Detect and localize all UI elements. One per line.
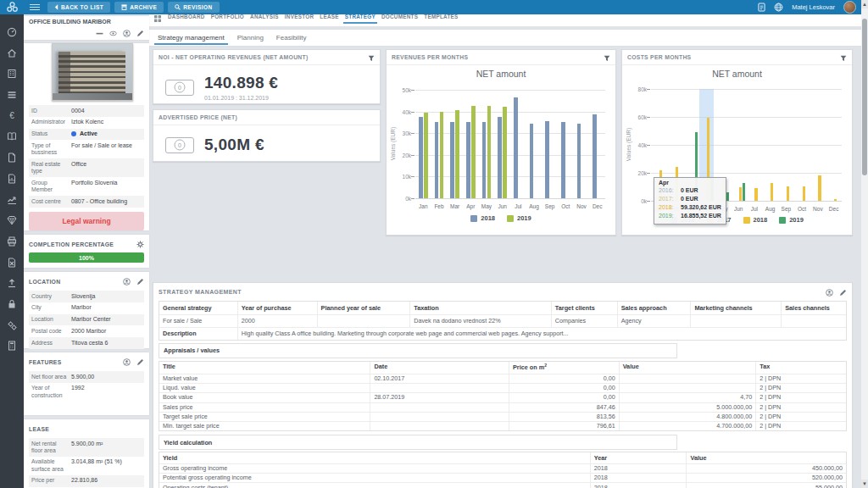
settings-icon[interactable]	[5, 319, 19, 332]
scrollbar-thumb[interactable]	[862, 19, 867, 175]
printer-icon[interactable]	[5, 235, 19, 248]
advertised-price-card: ADVERTISED PRICE (NET) 5,00M €	[153, 109, 381, 162]
filter-icon[interactable]	[368, 50, 375, 65]
header-cell: Sales channels	[782, 302, 846, 314]
table-header-row: TitleDatePrice on m2ValueTax	[159, 362, 846, 374]
row-label: Type of bussiness	[31, 142, 71, 157]
hamburger-menu-icon[interactable]	[30, 4, 40, 11]
user-circle-icon[interactable]	[123, 25, 131, 41]
subtab-strategy-management[interactable]: Strategy management	[154, 30, 228, 46]
tab-lease[interactable]: LEASE	[320, 14, 339, 26]
user-circle-icon[interactable]	[123, 354, 131, 369]
report-icon[interactable]	[5, 172, 19, 186]
cell: 2 | DPN	[756, 403, 846, 412]
subtab-feasibility[interactable]: Feasibility	[273, 30, 310, 46]
bar-2018-Aug	[771, 183, 773, 201]
tab-templates[interactable]: TEMPLATES	[424, 14, 458, 26]
excel-icon[interactable]	[5, 256, 19, 269]
axis-tick	[411, 112, 415, 113]
completion-progress-bar: 100%	[29, 252, 144, 263]
cell: 0,00	[509, 393, 620, 402]
bar-2018-Jun	[498, 117, 502, 198]
user-avatar[interactable]	[843, 1, 856, 14]
legal-warning-button[interactable]: Legal warning	[29, 212, 144, 230]
document-icon[interactable]	[758, 0, 765, 15]
modules-grid-icon[interactable]	[154, 15, 161, 22]
legend-item-2019[interactable]: 2019	[507, 214, 531, 222]
tab-documents[interactable]: DOCUMENTS	[381, 14, 418, 26]
cell: 796,61	[509, 422, 620, 430]
tab-portfolio[interactable]: PORTFOLIO	[211, 14, 244, 26]
legend-item-2019[interactable]: 2019	[779, 216, 804, 224]
topbar-buttons: BACK TO LISTARCHIVEREVISION	[47, 2, 224, 13]
table-row: Potential gross operating income2018520.…	[159, 473, 846, 482]
main-content: DASHBOARDPORTFOLIOANALYSISINVESTORLEASES…	[149, 14, 861, 488]
y-tick-label: 30k	[389, 130, 411, 136]
euro-icon[interactable]: €	[5, 109, 19, 123]
archive-button[interactable]: ARCHIVE	[114, 2, 164, 13]
book-icon[interactable]	[5, 130, 19, 143]
edit-pencil-icon[interactable]	[136, 25, 144, 41]
header-cell: Title	[159, 362, 370, 374]
bar-2018-Jun	[739, 187, 742, 202]
filter-icon[interactable]	[604, 50, 610, 65]
tab-investor[interactable]: INVESTOR	[285, 14, 314, 26]
revision-button[interactable]: REVISION	[168, 2, 219, 13]
building-icon[interactable]	[5, 67, 19, 80]
cell: 2 | DPN	[756, 393, 846, 402]
property-summary-panel: OFFICE BUILDING MARIBOR ID0004Administra…	[24, 14, 149, 488]
calculator-icon[interactable]	[5, 339, 19, 352]
bar-2018-Oct	[803, 186, 805, 201]
user-circle-icon[interactable]	[826, 285, 833, 300]
file-icon[interactable]	[5, 151, 19, 164]
subtab-planning[interactable]: Planning	[234, 30, 267, 46]
x-tick-label: May	[479, 203, 495, 209]
sub-tabs: Strategy managementPlanningFeasibility	[149, 30, 861, 46]
cell: 2018	[591, 474, 687, 482]
back-to-list-button[interactable]: BACK TO LIST	[47, 2, 110, 13]
eye-icon[interactable]	[109, 25, 117, 41]
bar-2018-Sep	[545, 121, 549, 198]
row-value: Office	[71, 161, 142, 175]
edit-pencil-icon[interactable]	[136, 274, 144, 289]
collapse-icon[interactable]	[96, 25, 103, 41]
globe-icon[interactable]	[774, 0, 783, 15]
scroll-down-arrow[interactable]: ▼	[861, 480, 868, 488]
gem-icon[interactable]	[5, 214, 19, 227]
filter-icon[interactable]	[840, 50, 847, 65]
tooltip-month: Apr	[659, 180, 721, 186]
lock-icon[interactable]	[5, 297, 19, 311]
gear-icon[interactable]	[136, 236, 144, 252]
axis-tick	[647, 89, 650, 90]
legend-item-2018[interactable]: 2018	[470, 214, 495, 222]
window-scrollbar[interactable]: ▲ ▼	[861, 0, 868, 488]
edit-pencil-icon[interactable]	[136, 354, 144, 369]
app-logo-icon[interactable]	[0, 0, 24, 14]
cell: Agency	[618, 315, 692, 327]
left-icon-sidebar: €	[0, 14, 24, 488]
tab-dashboard[interactable]: DASHBOARD	[168, 14, 205, 26]
tooltip-row: 2019:16.855,52 EUR	[659, 212, 721, 220]
cell: 520.000,00	[687, 474, 846, 482]
status-dot	[71, 131, 76, 136]
upload-icon[interactable]	[5, 276, 19, 290]
cell	[691, 315, 782, 327]
dashboard-icon[interactable]	[5, 25, 19, 39]
tab-strategy[interactable]: STRATEGY	[345, 14, 376, 26]
menu-icon[interactable]	[5, 88, 19, 102]
edit-pencil-icon[interactable]	[839, 285, 847, 300]
cell: 4.700.000,00	[620, 422, 757, 430]
cell: 2 | DPN	[756, 422, 846, 430]
gridline	[651, 117, 842, 118]
scroll-up-arrow[interactable]: ▲	[861, 0, 868, 8]
tooltip-row: 2017:0 EUR	[659, 195, 721, 203]
cell: 2018	[591, 483, 687, 488]
tab-analysis[interactable]: ANALYSIS	[250, 14, 279, 26]
home-icon[interactable]	[5, 47, 19, 60]
cell: Operating costs (tenant)	[159, 483, 591, 488]
user-name[interactable]: Matej Leskovar	[792, 3, 835, 11]
legend-item-2018[interactable]: 2018	[743, 216, 768, 224]
user-circle-icon[interactable]	[123, 274, 131, 289]
chart-icon[interactable]	[5, 193, 19, 207]
building-photo[interactable]	[52, 43, 133, 101]
